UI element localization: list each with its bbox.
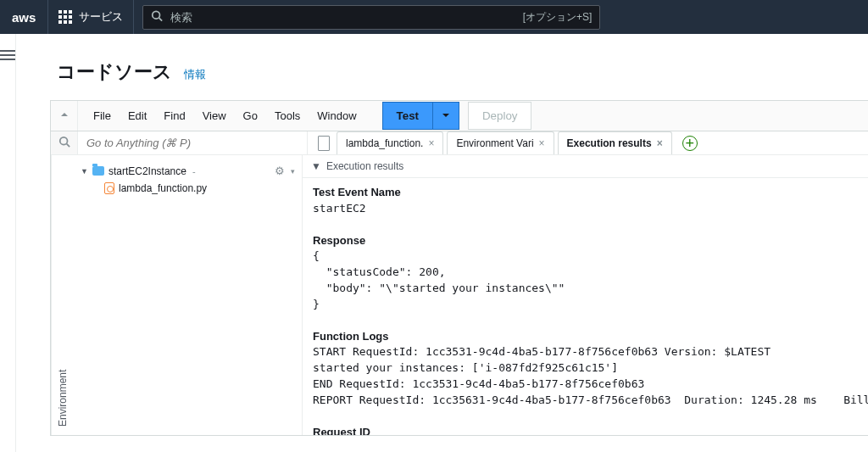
tab-lambda-function[interactable]: lambda_function. × (337, 131, 443, 154)
aws-logo[interactable]: aws (0, 0, 48, 34)
menu-find[interactable]: Find (155, 101, 193, 131)
chevron-down-icon: ▾ (291, 167, 295, 176)
grid-icon (58, 10, 72, 24)
search-icon[interactable] (58, 136, 70, 150)
goto-input[interactable] (86, 137, 298, 149)
close-icon[interactable]: × (428, 137, 434, 149)
menu-view[interactable]: View (194, 101, 235, 131)
svg-line-1 (159, 18, 163, 21)
svg-line-3 (66, 144, 70, 148)
results-body: Test Event Name startEC2 Response { "sta… (303, 178, 868, 435)
file-tree: ▼ startEC2Instance - ⚙ ▾ lambda_function… (74, 155, 303, 435)
top-nav: aws サービス [オプション+S] (0, 0, 868, 34)
search-icon (151, 10, 163, 25)
results-header[interactable]: ▼ Execution results (303, 155, 868, 178)
menu-window[interactable]: Window (309, 101, 364, 131)
dash-icon: - (192, 166, 196, 176)
add-tab-button[interactable]: + (682, 136, 698, 151)
services-menu[interactable]: サービス (48, 0, 134, 34)
hamburger-icon[interactable] (0, 47, 15, 63)
editor-toolbar: File Edit Find View Go Tools Window Test (51, 101, 868, 131)
chevron-down-icon: ▼ (81, 167, 88, 176)
close-icon[interactable]: × (539, 137, 545, 149)
panel-title: コードソース (57, 61, 172, 82)
search-shortcut: [オプション+S] (523, 10, 593, 25)
collapse-toolbar-icon[interactable] (51, 101, 78, 131)
folder-name: startEC2Instance (108, 165, 186, 177)
menu-file[interactable]: File (85, 101, 120, 131)
chevron-down-icon: ▼ (311, 160, 321, 172)
tab-label: Execution results (567, 137, 652, 149)
deploy-button: Deploy (468, 102, 532, 130)
tree-folder[interactable]: ▼ startEC2Instance - ⚙ ▾ (79, 162, 297, 180)
tab-environment-variables[interactable]: Environment Vari × (447, 131, 554, 154)
environment-sidebar-label[interactable]: Environment (51, 155, 74, 435)
services-label: サービス (79, 9, 123, 25)
results-pane: ▼ Execution results Test Event Name star… (303, 155, 868, 435)
tab-label: lambda_function. (346, 137, 423, 149)
file-icon (318, 136, 330, 151)
menu-go[interactable]: Go (235, 101, 266, 131)
close-icon[interactable]: × (657, 137, 663, 149)
response-body: { "statusCode": 200, "body": "\"started … (313, 249, 565, 310)
code-editor: File Edit Find View Go Tools Window Test (50, 100, 868, 436)
logs-title: Function Logs (313, 330, 389, 343)
tab-label: Environment Vari (456, 137, 533, 149)
search-container: [オプション+S] (142, 5, 600, 30)
test-event-value: startEC2 (313, 202, 366, 215)
tabs: lambda_function. × Environment Vari × Ex… (307, 131, 868, 154)
test-button[interactable]: Test (382, 102, 433, 130)
menu-edit[interactable]: Edit (120, 101, 155, 131)
folder-icon (92, 166, 104, 176)
svg-point-0 (153, 11, 160, 19)
logs-body: START RequestId: 1cc3531-9c4d-4ba5-b177-… (313, 345, 868, 406)
test-dropdown-button[interactable] (433, 102, 459, 130)
test-event-title: Test Event Name (313, 186, 401, 198)
request-id-title: Request ID (313, 426, 370, 435)
gear-icon[interactable]: ⚙ (275, 165, 285, 177)
results-header-label: Execution results (326, 160, 403, 172)
svg-point-2 (59, 137, 67, 145)
menu-bar: File Edit Find View Go Tools Window (78, 101, 372, 131)
file-name: lambda_function.py (119, 182, 207, 194)
left-rail (0, 34, 16, 452)
python-file-icon (104, 182, 114, 194)
tree-file[interactable]: lambda_function.py (79, 180, 297, 197)
chevron-down-icon (442, 111, 450, 120)
info-link[interactable]: 情報 (184, 68, 206, 81)
env-strip (51, 131, 78, 154)
menu-tools[interactable]: Tools (266, 101, 309, 131)
tab-execution-results[interactable]: Execution results × (558, 131, 672, 154)
response-title: Response (313, 234, 365, 247)
